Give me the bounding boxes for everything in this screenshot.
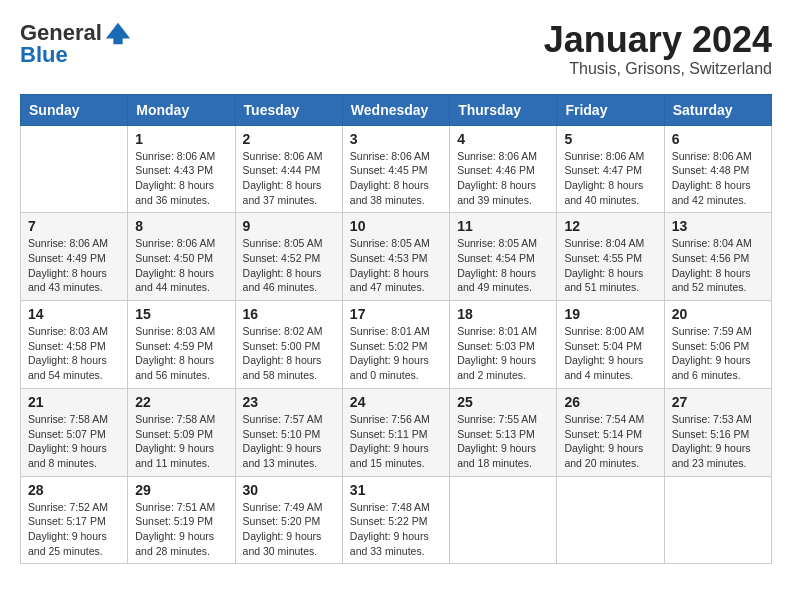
- day-info: Sunrise: 8:02 AMSunset: 5:00 PMDaylight:…: [243, 324, 335, 383]
- calendar-cell: 22Sunrise: 7:58 AMSunset: 5:09 PMDayligh…: [128, 388, 235, 476]
- header-thursday: Thursday: [450, 94, 557, 125]
- day-info: Sunrise: 8:05 AMSunset: 4:53 PMDaylight:…: [350, 236, 442, 295]
- day-number: 13: [672, 218, 764, 234]
- day-info: Sunrise: 7:48 AMSunset: 5:22 PMDaylight:…: [350, 500, 442, 559]
- day-info: Sunrise: 8:06 AMSunset: 4:44 PMDaylight:…: [243, 149, 335, 208]
- calendar-cell: 3Sunrise: 8:06 AMSunset: 4:45 PMDaylight…: [342, 125, 449, 213]
- day-info: Sunrise: 8:06 AMSunset: 4:50 PMDaylight:…: [135, 236, 227, 295]
- day-number: 14: [28, 306, 120, 322]
- calendar-cell: 23Sunrise: 7:57 AMSunset: 5:10 PMDayligh…: [235, 388, 342, 476]
- day-info: Sunrise: 7:49 AMSunset: 5:20 PMDaylight:…: [243, 500, 335, 559]
- calendar-week-1: 1Sunrise: 8:06 AMSunset: 4:43 PMDaylight…: [21, 125, 772, 213]
- day-number: 25: [457, 394, 549, 410]
- calendar-cell: 21Sunrise: 7:58 AMSunset: 5:07 PMDayligh…: [21, 388, 128, 476]
- calendar-week-2: 7Sunrise: 8:06 AMSunset: 4:49 PMDaylight…: [21, 213, 772, 301]
- day-info: Sunrise: 7:52 AMSunset: 5:17 PMDaylight:…: [28, 500, 120, 559]
- day-info: Sunrise: 8:04 AMSunset: 4:56 PMDaylight:…: [672, 236, 764, 295]
- logo: General Blue: [20, 20, 132, 68]
- logo-icon: [104, 18, 132, 46]
- day-info: Sunrise: 8:03 AMSunset: 4:59 PMDaylight:…: [135, 324, 227, 383]
- day-number: 23: [243, 394, 335, 410]
- header-sunday: Sunday: [21, 94, 128, 125]
- day-info: Sunrise: 8:06 AMSunset: 4:43 PMDaylight:…: [135, 149, 227, 208]
- calendar-cell: 6Sunrise: 8:06 AMSunset: 4:48 PMDaylight…: [664, 125, 771, 213]
- calendar-cell: 4Sunrise: 8:06 AMSunset: 4:46 PMDaylight…: [450, 125, 557, 213]
- calendar-cell: 10Sunrise: 8:05 AMSunset: 4:53 PMDayligh…: [342, 213, 449, 301]
- day-number: 28: [28, 482, 120, 498]
- day-info: Sunrise: 8:06 AMSunset: 4:48 PMDaylight:…: [672, 149, 764, 208]
- day-number: 19: [564, 306, 656, 322]
- calendar-cell: 1Sunrise: 8:06 AMSunset: 4:43 PMDaylight…: [128, 125, 235, 213]
- calendar-cell: 12Sunrise: 8:04 AMSunset: 4:55 PMDayligh…: [557, 213, 664, 301]
- calendar-cell: 9Sunrise: 8:05 AMSunset: 4:52 PMDaylight…: [235, 213, 342, 301]
- day-info: Sunrise: 7:55 AMSunset: 5:13 PMDaylight:…: [457, 412, 549, 471]
- day-info: Sunrise: 8:04 AMSunset: 4:55 PMDaylight:…: [564, 236, 656, 295]
- calendar-cell: 26Sunrise: 7:54 AMSunset: 5:14 PMDayligh…: [557, 388, 664, 476]
- day-number: 9: [243, 218, 335, 234]
- calendar-cell: 25Sunrise: 7:55 AMSunset: 5:13 PMDayligh…: [450, 388, 557, 476]
- day-number: 21: [28, 394, 120, 410]
- header-tuesday: Tuesday: [235, 94, 342, 125]
- day-number: 1: [135, 131, 227, 147]
- calendar-cell: 28Sunrise: 7:52 AMSunset: 5:17 PMDayligh…: [21, 476, 128, 564]
- day-number: 4: [457, 131, 549, 147]
- logo-text: General Blue: [20, 20, 132, 68]
- calendar-cell: 14Sunrise: 8:03 AMSunset: 4:58 PMDayligh…: [21, 301, 128, 389]
- header-monday: Monday: [128, 94, 235, 125]
- day-info: Sunrise: 8:01 AMSunset: 5:02 PMDaylight:…: [350, 324, 442, 383]
- day-info: Sunrise: 8:05 AMSunset: 4:52 PMDaylight:…: [243, 236, 335, 295]
- calendar-cell: [21, 125, 128, 213]
- calendar-cell: [450, 476, 557, 564]
- header-saturday: Saturday: [664, 94, 771, 125]
- day-info: Sunrise: 7:58 AMSunset: 5:07 PMDaylight:…: [28, 412, 120, 471]
- day-number: 8: [135, 218, 227, 234]
- calendar-cell: [557, 476, 664, 564]
- day-number: 2: [243, 131, 335, 147]
- calendar-cell: 11Sunrise: 8:05 AMSunset: 4:54 PMDayligh…: [450, 213, 557, 301]
- day-info: Sunrise: 8:01 AMSunset: 5:03 PMDaylight:…: [457, 324, 549, 383]
- calendar-cell: 24Sunrise: 7:56 AMSunset: 5:11 PMDayligh…: [342, 388, 449, 476]
- calendar-cell: 7Sunrise: 8:06 AMSunset: 4:49 PMDaylight…: [21, 213, 128, 301]
- day-number: 16: [243, 306, 335, 322]
- day-number: 6: [672, 131, 764, 147]
- svg-marker-0: [106, 23, 130, 44]
- day-info: Sunrise: 7:53 AMSunset: 5:16 PMDaylight:…: [672, 412, 764, 471]
- day-info: Sunrise: 7:56 AMSunset: 5:11 PMDaylight:…: [350, 412, 442, 471]
- calendar-table: SundayMondayTuesdayWednesdayThursdayFrid…: [20, 94, 772, 565]
- day-info: Sunrise: 8:06 AMSunset: 4:46 PMDaylight:…: [457, 149, 549, 208]
- day-number: 5: [564, 131, 656, 147]
- header-wednesday: Wednesday: [342, 94, 449, 125]
- calendar-cell: 30Sunrise: 7:49 AMSunset: 5:20 PMDayligh…: [235, 476, 342, 564]
- calendar-week-5: 28Sunrise: 7:52 AMSunset: 5:17 PMDayligh…: [21, 476, 772, 564]
- day-info: Sunrise: 8:05 AMSunset: 4:54 PMDaylight:…: [457, 236, 549, 295]
- day-info: Sunrise: 7:58 AMSunset: 5:09 PMDaylight:…: [135, 412, 227, 471]
- day-number: 20: [672, 306, 764, 322]
- calendar-cell: 19Sunrise: 8:00 AMSunset: 5:04 PMDayligh…: [557, 301, 664, 389]
- day-number: 17: [350, 306, 442, 322]
- day-number: 15: [135, 306, 227, 322]
- day-number: 30: [243, 482, 335, 498]
- calendar-cell: 2Sunrise: 8:06 AMSunset: 4:44 PMDaylight…: [235, 125, 342, 213]
- day-number: 22: [135, 394, 227, 410]
- calendar-week-3: 14Sunrise: 8:03 AMSunset: 4:58 PMDayligh…: [21, 301, 772, 389]
- day-info: Sunrise: 8:06 AMSunset: 4:47 PMDaylight:…: [564, 149, 656, 208]
- calendar-cell: [664, 476, 771, 564]
- day-number: 3: [350, 131, 442, 147]
- location-subtitle: Thusis, Grisons, Switzerland: [544, 60, 772, 78]
- day-number: 18: [457, 306, 549, 322]
- day-info: Sunrise: 7:51 AMSunset: 5:19 PMDaylight:…: [135, 500, 227, 559]
- day-number: 27: [672, 394, 764, 410]
- day-number: 11: [457, 218, 549, 234]
- day-number: 7: [28, 218, 120, 234]
- header-friday: Friday: [557, 94, 664, 125]
- calendar-cell: 17Sunrise: 8:01 AMSunset: 5:02 PMDayligh…: [342, 301, 449, 389]
- month-title: January 2024: [544, 20, 772, 60]
- calendar-week-4: 21Sunrise: 7:58 AMSunset: 5:07 PMDayligh…: [21, 388, 772, 476]
- calendar-cell: 20Sunrise: 7:59 AMSunset: 5:06 PMDayligh…: [664, 301, 771, 389]
- day-info: Sunrise: 7:59 AMSunset: 5:06 PMDaylight:…: [672, 324, 764, 383]
- calendar-cell: 15Sunrise: 8:03 AMSunset: 4:59 PMDayligh…: [128, 301, 235, 389]
- calendar-cell: 16Sunrise: 8:02 AMSunset: 5:00 PMDayligh…: [235, 301, 342, 389]
- title-area: January 2024 Thusis, Grisons, Switzerlan…: [544, 20, 772, 78]
- calendar-cell: 8Sunrise: 8:06 AMSunset: 4:50 PMDaylight…: [128, 213, 235, 301]
- day-info: Sunrise: 7:54 AMSunset: 5:14 PMDaylight:…: [564, 412, 656, 471]
